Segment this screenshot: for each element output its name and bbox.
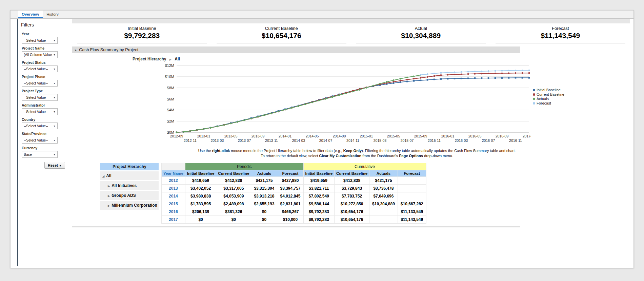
kpi-label: Actual — [356, 26, 486, 31]
toolbar-strip — [72, 19, 630, 23]
filter-select-currency[interactable]: Base▼ — [22, 151, 58, 158]
column-header-actuals[interactable]: Actuals — [251, 170, 277, 176]
svg-text:2014-03: 2014-03 — [292, 138, 305, 143]
filter-label-currency: Currency — [22, 146, 72, 150]
legend-marker-circle-icon — [533, 102, 535, 105]
tables-row: Project Hierarchy◢All▶All Initiatives▶Gr… — [100, 163, 630, 224]
filter-select-project-phase[interactable]: --Select Value--▼ — [22, 80, 58, 87]
svg-text:2016-07: 2016-07 — [482, 138, 495, 143]
collapsed-triangle-icon[interactable]: ▶ — [108, 194, 110, 198]
year-link-2013[interactable]: 2013 — [162, 184, 185, 192]
value-cell: $11,143,549 — [398, 216, 426, 223]
filter-label-project-type: Project Type — [22, 89, 72, 93]
value-cell: $206,139 — [185, 208, 216, 216]
svg-text:$10M: $10M — [165, 75, 174, 79]
column-header-initial-baseline[interactable]: Initial Baseline — [185, 170, 216, 176]
column-header-current-baseline[interactable]: Current Baseline — [216, 170, 251, 176]
tab-overview[interactable]: Overview — [18, 11, 43, 18]
column-header-actuals[interactable]: Actuals — [369, 170, 398, 176]
year-link-2017[interactable]: 2017 — [162, 216, 185, 223]
tabs-container: OverviewHistory — [18, 11, 62, 18]
tab-history[interactable]: History — [43, 11, 62, 18]
legend-label: Actuals — [537, 97, 549, 101]
legend-item-initial-baseline[interactable]: Initial Baseline — [533, 88, 564, 92]
year-link-2015[interactable]: 2015 — [162, 200, 185, 208]
filter-label-administrator: Administrator — [22, 103, 72, 107]
filter-select-project-type[interactable]: --Select Value--▼ — [22, 94, 58, 101]
svg-text:$2M: $2M — [167, 119, 174, 123]
column-header-current-baseline[interactable]: Current Baseline — [335, 170, 369, 176]
svg-text:2014-07: 2014-07 — [319, 138, 333, 143]
filter-field-administrator: Administrator--Select Value--▼ — [22, 103, 72, 115]
reset-label: Reset — [48, 163, 58, 167]
filter-select-year[interactable]: --Select Value--▼ — [22, 37, 58, 44]
dropdown-arrow-icon: ▼ — [53, 54, 56, 56]
hierarchy-row-all[interactable]: ◢All — [100, 171, 159, 181]
hierarchy-header[interactable]: Project Hierarchy — [100, 163, 159, 171]
chart-legend: Initial BaselineCurrent BaselineActualsF… — [533, 88, 564, 146]
column-header-initial-baseline[interactable]: Initial Baseline — [303, 170, 335, 176]
kpi-row: Initial Baseline$9,792,283Current Baseli… — [72, 26, 630, 43]
svg-text:2016-05: 2016-05 — [468, 134, 482, 138]
note-bold-text: Page Options — [399, 154, 423, 158]
kpi-value: $10,304,889 — [356, 32, 486, 40]
tab-bar: OverviewHistory — [11, 11, 633, 19]
filter-select-administrator[interactable]: --Select Value--▼ — [22, 108, 58, 115]
svg-text:2013-11: 2013-11 — [265, 138, 278, 143]
hierarchy-row-groupo-ads[interactable]: ▶Groupo ADS — [100, 190, 159, 200]
filter-label-project-name: Project Name — [22, 46, 72, 50]
expanded-triangle-icon[interactable]: ◢ — [102, 175, 104, 178]
filter-label-state-province: State/Province — [22, 132, 72, 136]
dashboard-card: OverviewHistory Filters Year--Select Val… — [10, 10, 634, 268]
svg-text:$6M: $6M — [167, 97, 174, 101]
column-header-forecast[interactable]: Forecast — [398, 170, 426, 176]
dropdown-arrow-icon: ▼ — [53, 111, 56, 113]
legend-item-actuals[interactable]: Actuals — [533, 97, 564, 101]
filter-label-country: Country — [22, 117, 72, 121]
filter-select-project-name[interactable]: (All Column Values)▼ — [22, 51, 58, 58]
value-cell: $0 — [251, 216, 277, 223]
legend-item-forecast[interactable]: Forecast — [533, 101, 564, 106]
section-bottom-border — [72, 226, 520, 227]
filter-select-country[interactable]: --Select Value--▼ — [22, 123, 58, 129]
note-bold-text: right-click — [212, 149, 230, 153]
hierarchy-row-all-initiatives[interactable]: ▶All Initiatives — [100, 181, 159, 190]
filters-panel: Filters Year--Select Value--▼Project Nam… — [20, 19, 72, 169]
svg-text:2012-11: 2012-11 — [184, 138, 197, 143]
filter-field-country: Country--Select Value--▼ — [22, 117, 72, 129]
filter-field-state-province: State/Province--Select Value--▼ — [22, 132, 72, 144]
svg-text:2015-11: 2015-11 — [428, 138, 441, 143]
group-header-cumulative: Cumulative — [303, 163, 426, 170]
svg-text:2014-11: 2014-11 — [346, 138, 359, 143]
breadcrumb-value[interactable]: All — [175, 57, 180, 61]
dropdown-arrow-icon: ▼ — [53, 125, 56, 127]
value-cell: $3,729,843 — [335, 184, 369, 192]
filter-value-currency: Base — [24, 152, 32, 156]
note-bold-text: Keep Only — [343, 149, 362, 153]
filter-select-state-province[interactable]: --Select Value--▼ — [22, 137, 58, 144]
kpi-value: $9,792,283 — [77, 32, 207, 40]
column-header-forecast[interactable]: Forecast — [277, 170, 303, 176]
value-cell: $9,792,283 — [303, 216, 335, 223]
svg-text:2012-09: 2012-09 — [170, 134, 183, 138]
hierarchy-node-label: Millennium Corporation — [112, 203, 157, 208]
hierarchy-row-millennium-corporation[interactable]: ▶Millennium Corporation — [100, 200, 159, 210]
filter-value-country: --Select Value-- — [24, 124, 48, 128]
reset-button[interactable]: Reset ▼ — [44, 162, 65, 169]
value-cell: $421,175 — [369, 176, 398, 184]
collapse-section-icon[interactable]: ◣ — [75, 49, 77, 52]
year-link-2016[interactable]: 2016 — [162, 208, 185, 216]
collapsed-triangle-icon[interactable]: ▶ — [108, 185, 110, 188]
svg-text:2016-09: 2016-09 — [496, 134, 509, 138]
year-link-2012[interactable]: 2012 — [162, 176, 185, 184]
column-header-year-name[interactable]: Year Name — [162, 170, 185, 176]
legend-label: Initial Baseline — [537, 88, 561, 92]
value-cell: $2,489,098 — [216, 200, 251, 208]
svg-text:2015-03: 2015-03 — [374, 138, 387, 143]
table-corner-cell — [162, 163, 185, 170]
year-link-2014[interactable]: 2014 — [162, 192, 185, 200]
legend-item-current-baseline[interactable]: Current Baseline — [533, 92, 564, 97]
collapsed-triangle-icon[interactable]: ▶ — [108, 204, 110, 207]
value-cell: $0 — [185, 216, 216, 223]
filter-select-project-status[interactable]: --Select Value--▼ — [22, 65, 58, 72]
